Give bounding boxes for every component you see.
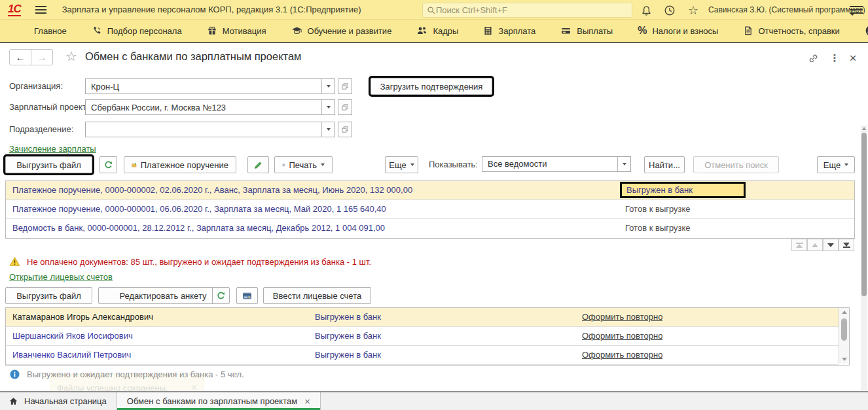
exported-info: Выгружено и ожидает подтверждения из бан… [9,369,244,380]
scroll-up-icon[interactable] [842,311,847,314]
section-hr[interactable]: Кадры [416,26,458,36]
salary-project-open-icon[interactable] [338,99,352,115]
notifications-bell-icon[interactable] [639,3,653,18]
more-button-toolbar[interactable]: Еще [385,156,418,173]
refresh-icon [216,291,226,301]
page-scrollbar-thumb[interactable] [861,133,867,296]
enter-accounts-button[interactable]: Ввести лицевые счета [263,287,371,304]
reissue-link[interactable]: Оформить повторно [582,350,662,360]
print-button[interactable]: Печать [274,156,333,173]
hardhat-icon [865,24,868,37]
open-accounts-link[interactable]: Открытие лицевых счетов [9,272,113,282]
add-to-favorites-star-icon[interactable]: ☆ [65,48,77,64]
phone-icon [92,26,102,36]
get-link-icon[interactable] [806,51,820,65]
scrollbar-thumb[interactable] [841,318,847,341]
salary-project-label: Зарплатный проект: [9,99,88,115]
more-button-right[interactable]: Еще [817,156,855,173]
section-labor-safety[interactable] [865,24,868,37]
warning-icon [9,256,20,267]
home-icon [9,396,18,406]
go-next-row-button[interactable] [823,239,839,251]
tab-home[interactable]: Начальная страница [0,392,117,410]
tab-close-icon[interactable]: × [304,396,310,407]
refresh-accounts-button[interactable] [212,287,230,304]
search-icon [427,6,436,15]
history-icon[interactable] [662,3,677,18]
search-input[interactable] [436,5,628,15]
statement-row-2[interactable]: Платежное поручение, 0000-000001, 06.06.… [6,200,854,219]
favorites-star-icon[interactable]: ☆ [686,3,700,18]
statement-status: Готов к выгрузке [625,200,691,218]
organization-input[interactable] [86,79,321,94]
employee-status: Выгружен в банк [315,327,381,345]
show-filter-dropdown-icon[interactable] [617,157,630,171]
section-main[interactable]: Главное [34,26,67,36]
salary-crediting-link[interactable]: Зачисление зарплаты [9,144,96,154]
salary-project-field[interactable] [85,99,335,115]
department-field[interactable] [85,122,335,137]
section-taxes[interactable]: % Налоги и взносы [638,25,718,37]
employee-row-2[interactable]: Шершанский Яков Иосифович Выгружен в бан… [6,327,839,346]
export-accounts-file-button[interactable]: Выгрузить файл [5,287,92,304]
organization-dropdown-icon[interactable] [321,79,335,94]
go-first-row-button[interactable] [791,239,807,251]
bank-card-icon [242,291,253,301]
statement-row-1[interactable]: Платежное поручение, 0000-000002, 02.06.… [6,181,854,200]
global-search[interactable] [422,3,632,18]
export-file-button[interactable]: Выгрузить файл [5,156,92,173]
salary-project-input[interactable] [86,100,321,114]
section-reports[interactable]: Отчетность, справки [743,26,839,36]
organization-open-icon[interactable] [338,78,352,94]
show-filter-label: Показывать: [429,157,478,173]
more-actions-icon[interactable]: ⋮ [827,51,842,65]
load-confirmations-button[interactable]: Загрузить подтверждения [371,78,492,95]
section-recruitment[interactable]: Подбор персонала [92,26,182,36]
department-input[interactable] [86,122,321,137]
back-button[interactable]: ← [9,49,31,65]
section-salary[interactable]: Зарплата [483,26,535,36]
page-scrollbar[interactable] [861,126,867,408]
employee-row-1[interactable]: Катамаранов Игорь Александрович Выгружен… [6,308,839,327]
section-payments[interactable]: Выплаты [560,26,613,36]
employees-table-scrollbar[interactable] [839,308,849,364]
go-prev-row-button[interactable] [807,239,823,251]
organization-field[interactable] [85,78,335,94]
bank-card-button[interactable] [236,287,258,304]
employee-status: Выгружен в банк [315,346,381,364]
page-scroll-up-icon[interactable] [862,127,866,130]
employee-name: Иванченко Василий Петрович [12,346,307,364]
go-last-row-button[interactable] [839,239,854,251]
reissue-link[interactable]: Оформить повторно [582,331,662,341]
scroll-down-icon[interactable] [842,358,847,361]
warning-text: Не оплачено документов: 85 шт., выгружен… [27,257,371,267]
form-exchange-with-banks: ← → ☆ Обмен с банками по зарплатным прое… [0,43,868,391]
salary-project-dropdown-icon[interactable] [321,100,335,114]
cancel-search-button[interactable]: Отменить поиск [693,156,779,173]
edit-questionnaire-button[interactable]: Редактировать анкету [98,287,228,304]
main-menu-icon[interactable] [35,4,46,16]
tab-exchange-with-banks[interactable]: Обмен с банками по зарплатным проектам × [117,392,321,410]
printer-icon [282,160,285,170]
payment-order-button[interactable]: Платежное поручение [124,156,236,173]
refresh-button[interactable] [99,156,117,173]
section-motivation[interactable]: Мотивация [207,26,266,36]
statement-row-3[interactable]: Ведомость в банк, 0000-000001, 28.12.201… [6,219,854,238]
edit-pencil-button[interactable] [247,156,269,173]
forward-button[interactable]: → [31,49,53,65]
find-button[interactable]: Найти... [644,156,685,173]
section-training[interactable]: Обучение и развитие [291,26,392,36]
employee-name: Катамаранов Игорь Александрович [12,308,307,326]
current-user[interactable]: Савинская З.Ю. (Системный программист) [708,5,865,14]
show-filter-select[interactable]: Все ведомости [482,156,631,172]
department-dropdown-icon[interactable] [321,122,335,137]
close-form-icon[interactable]: × [846,51,860,65]
reissue-link[interactable]: Оформить повторно [582,312,662,322]
employee-name: Шершанский Яков Иосифович [12,327,307,345]
percent-icon: % [638,25,647,37]
refresh-icon [103,160,113,170]
department-open-icon[interactable] [338,122,352,137]
sections-panel: Главное Подбор персонала Мотивация Обуче… [0,20,868,43]
employee-row-3[interactable]: Иванченко Василий Петрович Выгружен в ба… [6,346,839,365]
unpaid-warning: Не оплачено документов: 85 шт., выгружен… [9,256,371,267]
